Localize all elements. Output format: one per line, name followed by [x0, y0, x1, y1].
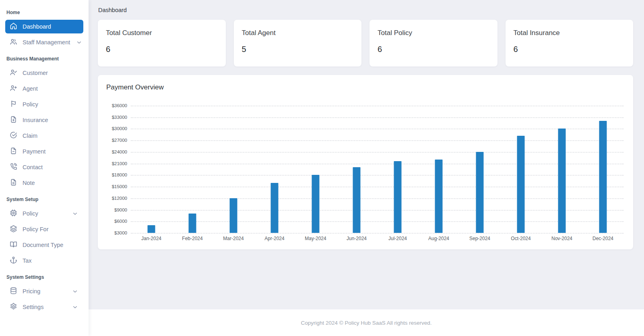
layers-icon: [10, 225, 17, 234]
sidebar-item-payment[interactable]: Payment: [5, 145, 83, 158]
y-tick-label: $30000: [112, 126, 127, 131]
bar-slot-jul-2024: [377, 106, 418, 233]
check-circle-icon: [10, 131, 17, 140]
main-content: Dashboard Total Customer6Total Agent5Tot…: [89, 0, 644, 309]
sidebar-item-policy-for[interactable]: Policy For: [5, 222, 83, 236]
y-tick-label: $24000: [112, 149, 127, 154]
chevron-down-icon[interactable]: [71, 304, 79, 310]
x-tick-label: Nov-2024: [541, 236, 582, 241]
sidebar-item-policy[interactable]: Policy: [5, 207, 83, 220]
stat-card-total-insurance: Total Insurance6: [506, 20, 634, 66]
sidebar-item-label: Payment: [23, 148, 45, 155]
stat-card-total-policy: Total Policy6: [369, 20, 497, 66]
y-tick-label: $6000: [114, 219, 127, 224]
stat-value: 6: [106, 45, 218, 54]
bar-slot-aug-2024: [418, 106, 459, 233]
sidebar-item-pricing[interactable]: Pricing: [5, 284, 83, 298]
sidebar-item-dashboard[interactable]: Dashboard: [5, 20, 83, 33]
home-icon: [10, 22, 17, 31]
bar-nov-2024: [558, 129, 566, 233]
file-text-icon: [10, 178, 17, 187]
stat-label: Total Customer: [106, 29, 218, 37]
chart-title: Payment Overview: [106, 83, 625, 91]
bar-feb-2024: [189, 214, 196, 233]
sidebar-item-label: Note: [23, 180, 35, 186]
bar-slot-sep-2024: [459, 106, 500, 233]
stat-label: Total Agent: [242, 29, 354, 37]
sidebar-item-claim[interactable]: Claim: [5, 129, 83, 143]
bar-mar-2024: [230, 198, 237, 233]
sidebar-item-label: Dashboard: [23, 23, 51, 30]
sidebar-item-label: Policy: [23, 210, 38, 217]
y-tick-label: $3000: [114, 230, 127, 235]
stat-value: 6: [514, 45, 625, 54]
chart-y-axis: $36000$33000$30000$27000$24000$21000$180…: [106, 106, 131, 233]
bar-slot-mar-2024: [213, 106, 254, 233]
users-icon: [10, 38, 17, 47]
sidebar-item-insurance[interactable]: Insurance: [5, 113, 83, 127]
sidebar-item-label: Customer: [23, 70, 48, 76]
sidebar-item-settings[interactable]: Settings: [5, 300, 83, 314]
main-area: Dashboard Total Customer6Total Agent5Tot…: [89, 0, 644, 336]
y-tick-label: $21000: [112, 161, 127, 166]
bar-jan-2024: [148, 225, 155, 233]
chart-plot-area: [131, 106, 623, 233]
phone-call-icon: [10, 163, 17, 172]
file-minus-icon: [10, 147, 17, 156]
payment-chart: $36000$33000$30000$27000$24000$21000$180…: [106, 106, 625, 233]
sidebar-item-label: Claim: [23, 133, 37, 139]
sidebar-item-contact[interactable]: Contact: [5, 160, 83, 174]
y-tick-label: $36000: [112, 103, 127, 108]
file-plus-icon: [10, 116, 17, 124]
bar-sep-2024: [476, 152, 484, 233]
stats-row: Total Customer6Total Agent5Total Policy6…: [98, 20, 633, 66]
sidebar-item-customer[interactable]: Customer: [5, 66, 83, 80]
bar-slot-apr-2024: [254, 106, 295, 233]
breadcrumb: Dashboard: [98, 7, 633, 13]
chevron-down-icon[interactable]: [71, 288, 79, 295]
sidebar-item-note[interactable]: Note: [5, 176, 83, 190]
user-check-icon: [10, 68, 17, 77]
y-tick-label: $18000: [112, 172, 127, 177]
sidebar-item-label: Agent: [23, 85, 38, 92]
gridline: [131, 233, 623, 234]
sidebar-item-agent[interactable]: Agent: [5, 82, 83, 95]
chart-x-axis: Jan-2024Feb-2024Mar-2024Apr-2024May-2024…: [131, 236, 623, 241]
y-tick-label: $33000: [112, 115, 127, 120]
x-tick-label: May-2024: [295, 236, 336, 241]
sidebar-item-document-type[interactable]: Document Type: [5, 238, 83, 252]
user-plus-icon: [10, 84, 17, 93]
copyright-text: Copyright 2024 © Policy Hub SaaS All rig…: [301, 320, 431, 326]
cpu-icon: [10, 209, 17, 218]
chevron-down-icon[interactable]: [71, 211, 79, 217]
sidebar-item-label: Insurance: [23, 117, 48, 123]
section-header-business-management: Business Management: [5, 51, 83, 65]
sidebar-item-staff-management[interactable]: Staff Management: [5, 35, 83, 49]
sidebar: HomeDashboardStaff ManagementBusiness Ma…: [0, 0, 89, 336]
policy-flag-icon: [10, 100, 17, 109]
x-tick-label: Jun-2024: [336, 236, 377, 241]
bar-jun-2024: [353, 167, 361, 233]
sidebar-item-policy[interactable]: Policy: [5, 97, 83, 111]
bar-slot-jan-2024: [131, 106, 172, 233]
chevron-down-icon[interactable]: [75, 39, 83, 46]
bar-slot-oct-2024: [500, 106, 541, 233]
bar-apr-2024: [271, 183, 279, 233]
sidebar-item-label: Staff Management: [23, 39, 70, 46]
x-tick-label: Dec-2024: [582, 236, 623, 241]
bar-oct-2024: [517, 136, 525, 233]
x-tick-label: Jan-2024: [131, 236, 172, 241]
y-tick-label: $15000: [112, 184, 127, 189]
payment-overview-card: Payment Overview $36000$33000$30000$2700…: [98, 75, 633, 249]
book-open-icon: [10, 241, 17, 249]
bar-dec-2024: [599, 121, 607, 233]
stat-value: 6: [378, 45, 489, 54]
x-tick-label: Mar-2024: [213, 236, 254, 241]
sidebar-item-label: Tax: [23, 257, 32, 264]
bar-slot-feb-2024: [172, 106, 213, 233]
sidebar-item-tax[interactable]: Tax: [5, 254, 83, 268]
bar-slot-dec-2024: [582, 106, 623, 233]
sidebar-item-label: Pricing: [23, 288, 40, 295]
x-tick-label: Apr-2024: [254, 236, 295, 241]
bars-layer: [131, 106, 623, 233]
